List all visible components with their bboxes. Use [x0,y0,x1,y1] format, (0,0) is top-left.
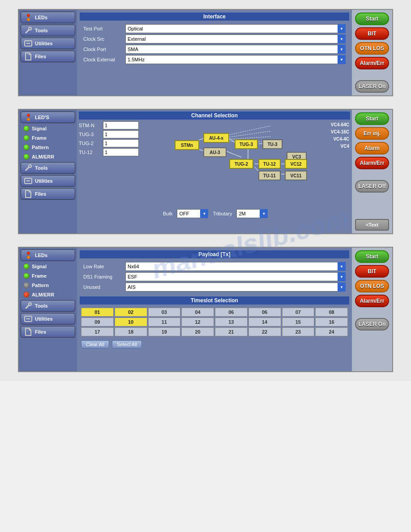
timeslot-cell-07[interactable]: 07 [282,308,315,317]
sidebar-utilities-2[interactable]: Utilities [21,175,75,187]
panel3-wrapper: LEDs Signal Frame Pattern ALM/ERR [18,247,393,372]
timeslot-cell-03[interactable]: 03 [148,308,181,317]
sidebar-tools-label-1: Tools [35,28,48,33]
signal-indicator-2: Signal [21,124,75,133]
sidebar-utilities-3[interactable]: Utilities [21,313,75,325]
timeslot-cell-14[interactable]: 14 [248,317,281,326]
bulk-select[interactable]: OFF ▼ [177,209,208,218]
sidebar-utilities-1[interactable]: Utilities [21,38,75,49]
laseroff-button-2[interactable]: LASER Off [355,180,389,193]
timeslot-cell-04[interactable]: 04 [181,308,214,317]
tug3-box: TUG-3 [235,139,258,149]
sidebar-tools-3[interactable]: Tools [21,300,75,312]
alarmerr-button-2[interactable]: Alarm/Err [355,157,389,169]
tug3-input[interactable] [103,130,139,138]
timeslot-cell-13[interactable]: 13 [215,317,248,326]
stmn-label: STM-N [79,123,101,128]
vc4-16c-label: VC4-16C [331,129,349,134]
sidebar-leds-3[interactable]: LEDs [21,249,75,261]
lowrate-select[interactable]: Nx64 ▼ [125,262,346,271]
timeslot-cell-19[interactable]: 19 [148,327,181,336]
sidebar-leds-1[interactable]: LEDs [21,12,75,23]
timeslot-cell-24[interactable]: 24 [315,327,348,336]
laseron-button-1[interactable]: LASER On [355,80,389,93]
svg-line-19 [229,126,270,135]
timeslot-cell-21[interactable]: 21 [215,327,248,336]
timeslot-cell-22[interactable]: 22 [248,327,281,336]
led-dot-orange-2 [27,118,30,121]
otnlos-button-1[interactable]: OTN LOS [355,42,389,55]
tools-icon-3 [24,302,33,310]
start-button-1[interactable]: Start [355,13,389,25]
alarmerr-button-1[interactable]: Alarm/Err [355,57,389,69]
sidebar-leds-2[interactable]: LED'S [21,112,75,123]
sidebar-tools-1[interactable]: Tools [21,25,75,36]
sidebar-leds-label-1: LEDs [35,15,47,20]
tu3-box: TU-3 [262,139,283,149]
panel1-wrapper: LEDs Tools [18,9,393,96]
timeslot-cell-20[interactable]: 20 [181,327,214,336]
tributary-select[interactable]: 2M ▼ [236,209,268,218]
timeslot-cell-01[interactable]: 01 [81,308,114,317]
tug2-input[interactable] [103,139,139,147]
svg-line-23 [26,305,29,309]
timeslot-cell-12[interactable]: 12 [181,317,214,326]
panel1-form: Test Port Optical ▼ Clock Src Extern [80,22,349,67]
text-button-2[interactable]: <Text [355,219,389,231]
bit-button-1[interactable]: BIT [355,27,389,40]
select-all-button[interactable]: Select All [112,340,142,348]
timeslot-cell-06[interactable]: 06 [248,308,281,317]
clockport-select-wrapper[interactable]: SMA ▼ [125,45,346,54]
start-button-3[interactable]: Start [355,250,389,263]
panel3-right-buttons: Start BIT OTN LOS Alarm/Err LASER On [352,248,392,371]
timeslot-cell-18[interactable]: 18 [115,327,147,336]
stmn-input[interactable] [103,121,139,129]
timeslot-cell-08[interactable]: 08 [315,308,348,317]
sidebar-files-1[interactable]: Files [21,51,75,62]
testport-label: Test Port [83,26,124,31]
au3-box: AU-3 [203,147,227,157]
timeslot-cell-02[interactable]: 02 [115,308,147,317]
sidebar-files-3[interactable]: Files [21,326,75,338]
timeslot-cell-15[interactable]: 15 [282,317,315,326]
testport-select-wrapper[interactable]: Optical ▼ [125,24,346,33]
ch-row-tug2: TUG-2 [79,139,159,147]
vc4-64c-label: VC4-64C [331,122,349,127]
timeslot-cell-16[interactable]: 16 [315,317,348,326]
vc11-box: VC11 [285,171,307,180]
tu12-input[interactable] [103,148,139,156]
timeslot-cell-11[interactable]: 11 [148,317,181,326]
sidebar-utilities-label-1: Utilities [35,41,53,46]
frame-label-3: Frame [32,273,47,279]
timeslot-cell-23[interactable]: 23 [282,327,315,336]
files-icon-1 [24,52,33,60]
alarm-button-2[interactable]: Alarm [355,142,389,154]
bottom-selects: Bulk OFF ▼ Tributary 2M [163,209,268,218]
timeslot-cell-09[interactable]: 09 [81,317,114,326]
timeslot-cell-06[interactable]: 06 [215,308,248,317]
timeslot-cell-10[interactable]: 10 [115,317,147,326]
alarmerr-button-3[interactable]: Alarm/Err [355,295,389,307]
laseron-button-3[interactable]: LASER On [355,318,389,330]
otnlos-button-3[interactable]: OTN LOS [355,280,389,292]
clockext-select-wrapper[interactable]: 1.5MHz ▼ [125,55,346,64]
sidebar-files-2[interactable]: Files [21,188,75,200]
sidebar-tools-2[interactable]: Tools [21,162,75,174]
clocksrc-select-wrapper[interactable]: External ▼ [125,34,346,43]
frame-indicator-2: Frame [21,134,75,142]
clear-all-button[interactable]: Clear All [81,340,109,348]
testport-value: Optical [128,26,143,31]
tug3-label: TUG-3 [79,132,101,137]
timeslot-actions: Clear All Select All [80,339,349,349]
start-button-2[interactable]: Start [355,112,389,125]
ds1framing-select[interactable]: ESF ▼ [125,272,346,281]
bit-button-3[interactable]: BIT [355,265,389,278]
led-dot-orange-3 [27,256,30,259]
signal-led-2 [23,125,30,132]
unused-select[interactable]: AIS ▼ [125,283,346,292]
errinj-button-2[interactable]: Err inj. [355,127,389,140]
almErr-indicator-3: ALM/ERR [21,291,75,299]
timeslot-cell-17[interactable]: 17 [81,327,114,336]
svg-line-20 [229,131,270,137]
led-dot-red-2 [27,114,30,117]
